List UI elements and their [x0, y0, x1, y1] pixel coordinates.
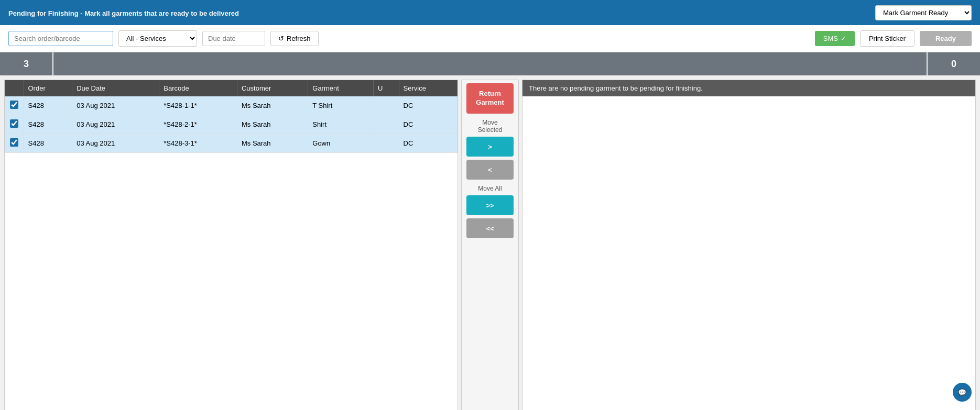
- move-all-left-button[interactable]: <<: [466, 218, 514, 238]
- row-checkbox-cell: [5, 134, 24, 153]
- move-left-icon: <: [488, 166, 492, 174]
- title-rest: - Mark all garments that are ready to be…: [79, 9, 239, 17]
- count-bar: 3 0: [0, 52, 980, 75]
- cell-service: DC: [399, 96, 457, 115]
- left-panel: Order Due Date Barcode Customer Garment …: [4, 80, 458, 410]
- cell-order: S428: [24, 96, 72, 115]
- cell-garment: Shirt: [308, 115, 374, 134]
- move-all-right-button[interactable]: >>: [466, 195, 514, 215]
- sms-label: SMS: [823, 35, 838, 42]
- cell-customer: Ms Sarah: [237, 134, 308, 153]
- col-due-date: Due Date: [72, 80, 159, 96]
- row-checkbox-cell: [5, 115, 24, 134]
- mode-select[interactable]: Mark Garment Ready Mark Garment Delivere…: [875, 5, 972, 20]
- cell-service: DC: [399, 134, 457, 153]
- table-container[interactable]: Order Due Date Barcode Customer Garment …: [5, 80, 458, 410]
- col-checkbox: [5, 80, 24, 96]
- toolbar: All - Services DC Wash Iron ↺ Refresh SM…: [0, 25, 980, 52]
- move-all-right-icon: >>: [486, 202, 494, 209]
- cell-garment: Gown: [308, 134, 374, 153]
- col-garment: Garment: [308, 80, 374, 96]
- col-u: U: [373, 80, 399, 96]
- due-date-input[interactable]: [202, 31, 265, 46]
- move-all-left-icon: <<: [486, 225, 494, 232]
- cell-service: DC: [399, 115, 457, 134]
- middle-panel: ReturnGarment MoveSelected > < Move All …: [461, 80, 519, 410]
- print-label: Print Sticker: [869, 35, 906, 42]
- title-bold: Pending for Finishing: [8, 9, 79, 17]
- refresh-icon: ↺: [278, 35, 284, 42]
- chat-icon[interactable]: 💬: [953, 383, 972, 402]
- chat-symbol: 💬: [958, 389, 966, 396]
- cell-barcode: *S428-1-1*: [159, 96, 237, 115]
- table-row: S42803 Aug 2021*S428-1-1*Ms SarahT Shirt…: [5, 96, 458, 115]
- header-dropdown-area: Mark Garment Ready Mark Garment Delivere…: [875, 5, 972, 20]
- table-header-row: Order Due Date Barcode Customer Garment …: [5, 80, 458, 96]
- right-panel-message: There are no pending garment to be pendi…: [529, 84, 703, 92]
- table-row: S42803 Aug 2021*S428-3-1*Ms SarahGownDC: [5, 134, 458, 153]
- cell-customer: Ms Sarah: [237, 115, 308, 134]
- ready-label: Ready: [935, 35, 956, 42]
- col-order: Order: [24, 80, 72, 96]
- col-barcode: Barcode: [159, 80, 237, 96]
- return-garment-button[interactable]: ReturnGarment: [466, 83, 514, 114]
- main-content: Order Due Date Barcode Customer Garment …: [4, 80, 976, 410]
- move-all-label: Move All: [478, 185, 502, 192]
- right-panel: There are no pending garment to be pendi…: [522, 80, 976, 410]
- right-count: 0: [928, 52, 980, 75]
- garments-table: Order Due Date Barcode Customer Garment …: [5, 80, 458, 153]
- row-checkbox[interactable]: [10, 138, 18, 147]
- right-panel-body: [522, 96, 975, 410]
- move-left-button[interactable]: <: [466, 160, 514, 180]
- services-select[interactable]: All - Services DC Wash Iron: [118, 30, 197, 47]
- cell-customer: Ms Sarah: [237, 96, 308, 115]
- move-right-button[interactable]: >: [466, 137, 514, 157]
- refresh-button[interactable]: ↺ Refresh: [270, 31, 319, 46]
- col-customer: Customer: [237, 80, 308, 96]
- cell-barcode: *S428-2-1*: [159, 115, 237, 134]
- return-garment-label: ReturnGarment: [476, 90, 504, 106]
- cell-order: S428: [24, 134, 72, 153]
- refresh-label: Refresh: [287, 35, 311, 42]
- table-row: S42803 Aug 2021*S428-2-1*Ms SarahShirtDC: [5, 115, 458, 134]
- count-middle: [53, 52, 927, 75]
- move-right-icon: >: [488, 143, 492, 151]
- cell-due_date: 03 Aug 2021: [72, 96, 159, 115]
- header: Pending for Finishing - Mark all garment…: [0, 0, 980, 25]
- cell-due_date: 03 Aug 2021: [72, 134, 159, 153]
- col-service: Service: [399, 80, 457, 96]
- right-panel-header: There are no pending garment to be pendi…: [522, 80, 975, 96]
- cell-barcode: *S428-3-1*: [159, 134, 237, 153]
- row-checkbox[interactable]: [10, 119, 18, 128]
- row-checkbox[interactable]: [10, 101, 18, 109]
- sms-check-icon: ✓: [841, 35, 846, 42]
- row-checkbox-cell: [5, 96, 24, 115]
- left-count: 3: [0, 52, 52, 75]
- cell-order: S428: [24, 115, 72, 134]
- cell-due_date: 03 Aug 2021: [72, 115, 159, 134]
- page-title: Pending for Finishing - Mark all garment…: [8, 8, 239, 17]
- cell-garment: T Shirt: [308, 96, 374, 115]
- cell-u: [373, 96, 399, 115]
- search-input[interactable]: [8, 31, 113, 46]
- cell-u: [373, 134, 399, 153]
- ready-button[interactable]: Ready: [920, 31, 972, 46]
- cell-u: [373, 115, 399, 134]
- sms-button[interactable]: SMS ✓: [815, 31, 855, 46]
- print-sticker-button[interactable]: Print Sticker: [860, 30, 914, 47]
- move-selected-label: MoveSelected: [478, 119, 503, 134]
